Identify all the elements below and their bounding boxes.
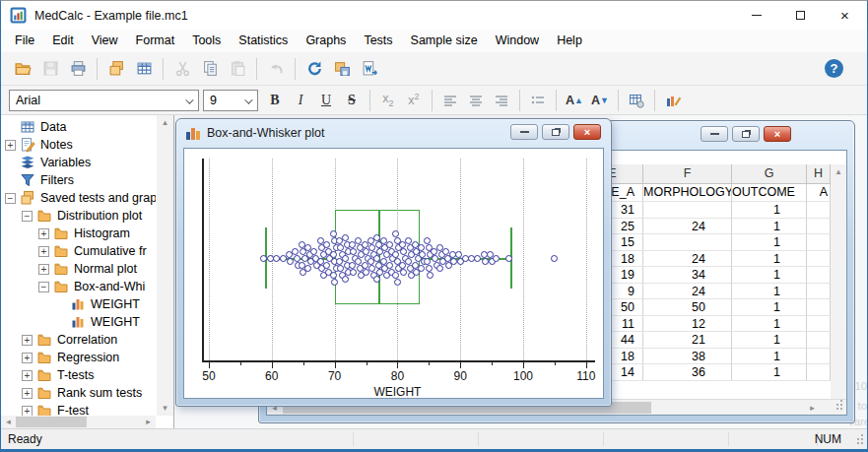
tree-item-saved-tests-and-grap[interactable]: −Saved tests and grap [1,189,156,207]
cell[interactable]: A [807,184,831,202]
tree-vertical-scrollbar[interactable]: ▴ ▾ [157,115,173,416]
menu-help[interactable]: Help [548,30,591,52]
tree-item-filters[interactable]: Filters [1,171,156,189]
italic-button[interactable]: I [288,89,313,112]
tree-expander-expand-icon[interactable]: + [22,406,33,417]
scroll-left-icon[interactable]: ◂ [1,416,16,428]
tree-item-notes[interactable]: +Notes [1,136,156,154]
align-right-button[interactable] [489,89,514,112]
tree-expander-collapse-icon[interactable]: − [38,282,49,292]
menu-statistics[interactable]: Statistics [230,30,297,52]
sheet-vertical-scrollbar[interactable]: ▴ ▾ [831,164,846,408]
table-grid-icon[interactable] [130,56,158,82]
cell[interactable]: 24 [643,284,732,300]
close-button[interactable]: × [573,124,601,140]
resize-grip[interactable] [856,437,865,446]
tree-expander-collapse-icon[interactable]: − [22,211,33,222]
menu-view[interactable]: View [83,30,127,52]
minimize-button[interactable] [701,126,728,142]
cell[interactable] [807,284,831,300]
cell[interactable]: 36 [643,364,732,381]
cell[interactable]: OUTCOME [732,184,807,202]
menu-tests[interactable]: Tests [355,30,401,52]
tree-item-histogram[interactable]: +Histogram [1,225,156,242]
bold-button[interactable]: B [262,89,288,112]
menu-graphs[interactable]: Graphs [297,30,355,52]
tree-expander-expand-icon[interactable]: + [22,388,33,399]
scroll-down-icon[interactable]: ▾ [157,401,173,416]
refresh-icon[interactable] [300,56,328,82]
cell[interactable]: 1 [732,299,807,316]
cell[interactable]: 1 [732,202,807,219]
font-decrease-button[interactable]: A▼ [587,89,613,112]
cell[interactable] [807,234,831,251]
tree-expander-expand-icon[interactable]: + [22,353,33,363]
tree-item-t-tests[interactable]: +T-tests [1,366,156,384]
font-size-select[interactable]: 9 [203,90,258,111]
tree-horizontal-scrollbar[interactable]: ◂ ▸ [1,416,156,428]
menu-sample-size[interactable]: Sample size [402,30,487,52]
cell[interactable]: 24 [643,251,732,268]
close-button[interactable]: × [764,126,791,142]
cell[interactable] [807,299,831,316]
tree-item-correlation[interactable]: +Correlation [1,331,156,349]
underline-button[interactable]: U [313,89,339,112]
tree-item-box-and-whi[interactable]: −Box-and-Whi [1,278,156,295]
cell[interactable]: 1 [732,316,807,333]
tree-item-cumulative-fr[interactable]: +Cumulative fr [1,242,156,260]
cell[interactable] [807,332,831,349]
cell[interactable]: 1 [732,284,807,300]
tree-expander-expand-icon[interactable]: + [22,370,33,381]
column-header[interactable]: F [643,164,732,184]
minimize-button[interactable] [510,124,538,140]
cell[interactable]: 34 [643,267,732,284]
tree-item-rank-sum-tests[interactable]: +Rank sum tests [1,384,156,402]
tree-item-data[interactable]: Data [1,118,156,136]
column-header[interactable]: H [807,164,831,184]
save-all-icon[interactable] [328,56,356,82]
menu-window[interactable]: Window [487,30,548,52]
print-icon[interactable] [64,56,92,82]
cell[interactable]: 38 [643,349,732,365]
tree-expander-expand-icon[interactable]: + [5,140,16,151]
resize-grip[interactable] [835,403,844,412]
copy-sheet-icon[interactable] [102,56,130,82]
tree-expander-expand-icon[interactable]: + [38,228,49,239]
cell[interactable]: 1 [732,349,807,365]
cell[interactable]: 1 [732,234,807,251]
scroll-right-icon[interactable]: ▸ [141,416,156,428]
cell[interactable] [807,202,831,219]
column-header[interactable]: G [732,164,807,184]
cell[interactable]: 1 [732,332,807,349]
table-properties-button[interactable] [624,89,649,112]
cell[interactable]: 1 [732,267,807,284]
font-increase-button[interactable]: A▲ [562,89,587,112]
restore-button[interactable] [542,124,569,140]
cell[interactable] [807,316,831,333]
cell[interactable] [807,364,831,381]
help-button[interactable]: ? [825,59,843,78]
cell[interactable]: 12 [643,316,732,333]
menu-format[interactable]: Format [127,30,184,52]
export-word-icon[interactable] [356,56,383,82]
menu-edit[interactable]: Edit [43,30,83,52]
menu-file[interactable]: File [6,30,43,52]
open-folder-icon[interactable] [9,56,36,82]
cell[interactable] [807,251,831,268]
cell[interactable] [807,219,831,235]
restore-button[interactable] [732,126,760,142]
cell[interactable]: 1 [732,219,807,235]
cell[interactable]: 24 [643,219,732,235]
cell[interactable]: 1 [732,364,807,381]
tree-item-variables[interactable]: Variables [1,154,156,171]
tree-expander-expand-icon[interactable]: + [38,264,49,275]
tree-item-weight[interactable]: WEIGHT [1,295,156,313]
align-left-button[interactable] [437,89,463,112]
list-button[interactable] [525,89,551,112]
cell[interactable]: MORPHOLOGY [643,184,732,202]
scrollbar-thumb[interactable] [16,417,87,427]
cell[interactable] [643,202,732,219]
menu-tools[interactable]: Tools [183,30,230,52]
minimize-button[interactable] [734,1,778,30]
tree-expander-expand-icon[interactable]: + [38,246,49,257]
